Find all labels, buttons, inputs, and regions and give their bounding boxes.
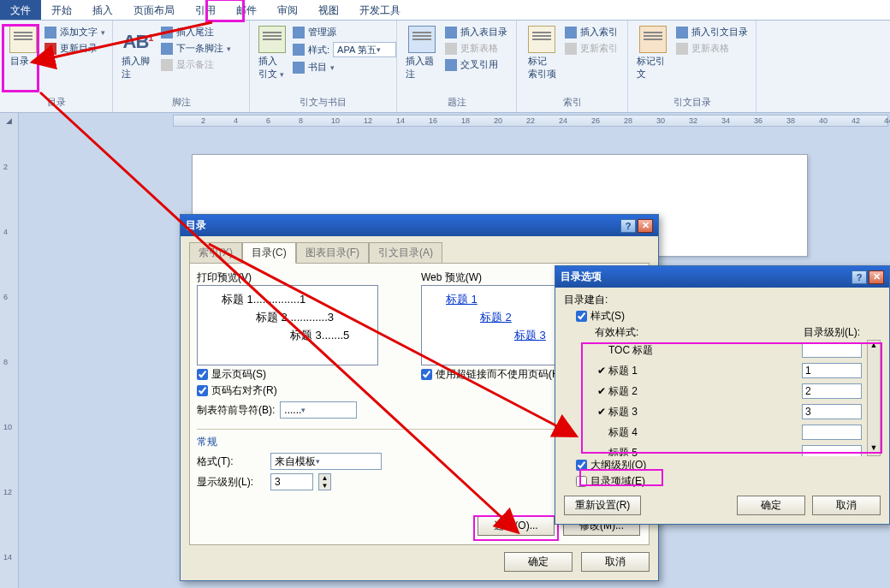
menu-review[interactable]: 审阅	[267, 0, 308, 20]
level-input[interactable]	[802, 445, 862, 456]
insert-table-figures-button[interactable]: 插入表目录	[445, 24, 507, 40]
style-name: 标题 5	[608, 446, 802, 457]
update-toc-button[interactable]: 更新目录	[44, 40, 105, 56]
tab-figures[interactable]: 图表目录(F)	[296, 242, 369, 264]
index-icon	[528, 26, 555, 53]
mark-index-button[interactable]: 标记 索引项	[524, 24, 560, 82]
tab-authorities[interactable]: 引文目录(A)	[369, 242, 442, 264]
options-titlebar[interactable]: 目录选项 ? ✕	[555, 266, 889, 288]
style-check-icon: ✔	[595, 385, 608, 397]
insert-citation-button[interactable]: 插入引文	[257, 24, 288, 82]
level-input[interactable]	[802, 363, 862, 378]
ruler-vertical[interactable]: 2468101214	[0, 128, 19, 588]
style-name: 标题 4	[608, 425, 802, 440]
print-preview-label: 打印预览(V)	[197, 270, 378, 285]
scrollbar[interactable]: ▲ ▼	[867, 340, 881, 456]
toc-options-dialog: 目录选项 ? ✕ 目录建自: 样式(S) 有效样式: 目录级别(L): TOC …	[555, 265, 890, 525]
dialog-title: 目录	[186, 218, 206, 233]
tab-toc[interactable]: 目录(C)	[242, 242, 296, 264]
bibliography-button[interactable]: 书目	[293, 59, 396, 75]
options-help-button[interactable]: ?	[851, 270, 867, 284]
cross-icon	[445, 59, 457, 71]
insert-caption-button[interactable]: 插入题注	[404, 24, 440, 82]
tab-index[interactable]: 索引(X)	[189, 242, 242, 264]
ribbon: 目录 添加文字 更新目录 目录 AB1 插入脚注 插入尾注 下一条脚注 显示备注…	[0, 21, 890, 113]
ruler-corner: ◢	[0, 113, 19, 128]
reset-button[interactable]: 重新设置(R)	[564, 496, 641, 515]
style-row: 标题 5	[595, 442, 881, 456]
outline-checkbox[interactable]	[576, 460, 587, 471]
dialog-titlebar[interactable]: 目录 ? ✕	[181, 215, 658, 236]
menu-dev[interactable]: 开发工具	[349, 0, 411, 20]
show-page-checkbox[interactable]	[197, 369, 208, 380]
menu-file[interactable]: 文件	[0, 0, 41, 20]
caption-icon	[408, 26, 436, 53]
options-ok-button[interactable]: 确定	[737, 496, 805, 515]
right-align-checkbox[interactable]	[197, 385, 208, 396]
update-authorities-button: 更新表格	[676, 40, 748, 56]
format-combo[interactable]: 来自模板	[270, 453, 382, 470]
menu-home[interactable]: 开始	[41, 0, 82, 20]
cross-ref-button[interactable]: 交叉引用	[445, 56, 507, 73]
menu-mail[interactable]: 邮件	[226, 0, 267, 20]
menu-view[interactable]: 视图	[308, 0, 349, 20]
auth-label: 标记引文	[637, 55, 669, 80]
options-close-button[interactable]: ✕	[869, 270, 884, 284]
col-effective: 有效样式:	[595, 325, 804, 340]
group-label-citation: 引文与书目	[257, 94, 389, 112]
menu-references[interactable]: 引用	[185, 0, 226, 20]
style-row: ✔ 标题 3	[595, 401, 881, 422]
citation-icon	[258, 26, 286, 53]
close-button[interactable]: ✕	[638, 219, 653, 233]
style-row: ✔ 标题 1	[595, 360, 881, 381]
format-label: 格式(T):	[197, 454, 265, 469]
tbl-icon	[445, 27, 457, 39]
styles-checkbox[interactable]	[576, 311, 587, 322]
options-button[interactable]: 选项(O)...	[478, 516, 555, 536]
col-level: 目录级别(L):	[804, 325, 881, 340]
insauth-icon	[676, 27, 688, 39]
footnote-label: 插入脚注	[122, 55, 154, 80]
show-page-label: 显示页码(S)	[211, 367, 266, 382]
hyperlink-label: 使用超链接而不使用页码(H)	[436, 367, 563, 382]
insert-authorities-button[interactable]: 插入引文目录	[676, 24, 748, 40]
show-notes-button: 显示备注	[161, 56, 231, 73]
manage-sources-button[interactable]: 管理源	[293, 24, 396, 40]
leader-combo[interactable]: ......	[280, 401, 357, 419]
level-input[interactable]	[802, 404, 862, 419]
mark-citation-button[interactable]: 标记引文	[635, 24, 671, 82]
group-label-toc: 目录	[7, 94, 105, 112]
group-label-authority: 引文目录	[635, 94, 749, 112]
insidx-icon	[565, 27, 577, 39]
level-input[interactable]	[802, 425, 862, 440]
ruler[interactable]: 2468101214161820222426283032343638404244	[173, 115, 888, 127]
insert-index-button[interactable]: 插入索引	[565, 24, 618, 40]
add-text-button[interactable]: 添加文字	[44, 24, 105, 40]
style-name: 标题 2	[608, 384, 802, 399]
print-preview-box: 标题 1...............1 标题 2 ............3 …	[197, 285, 378, 365]
menu-layout[interactable]: 页面布局	[123, 0, 185, 20]
update-table-button: 更新表格	[445, 40, 507, 56]
next-footnote-button[interactable]: 下一条脚注	[161, 40, 231, 56]
footnote-icon: AB1	[120, 26, 157, 53]
style-check-icon: ✔	[595, 406, 608, 418]
menu-insert[interactable]: 插入	[82, 0, 123, 20]
hyperlink-checkbox[interactable]	[421, 369, 432, 380]
auth-icon	[639, 26, 667, 53]
help-button[interactable]: ?	[620, 219, 636, 233]
insert-footnote-button[interactable]: AB1 插入脚注	[120, 24, 156, 82]
insert-endnote-button[interactable]: 插入尾注	[161, 24, 231, 40]
field-checkbox[interactable]	[576, 476, 587, 487]
level-spinner[interactable]: 3	[270, 473, 313, 490]
ok-button[interactable]: 确定	[504, 552, 573, 572]
tab-strip: 索引(X) 目录(C) 图表目录(F) 引文目录(A)	[189, 241, 650, 263]
level-input[interactable]	[802, 383, 862, 399]
citation-style-combo[interactable]: 样式: APA 第五	[293, 40, 396, 59]
options-cancel-button[interactable]: 取消	[812, 496, 881, 515]
updauth-icon	[676, 43, 688, 55]
spinner-arrows[interactable]: ▲▼	[318, 473, 331, 490]
cancel-button[interactable]: 取消	[581, 552, 650, 572]
level-input[interactable]	[802, 342, 862, 358]
build-from-label: 目录建自:	[564, 293, 881, 307]
toc-button[interactable]: 目录	[7, 24, 39, 69]
